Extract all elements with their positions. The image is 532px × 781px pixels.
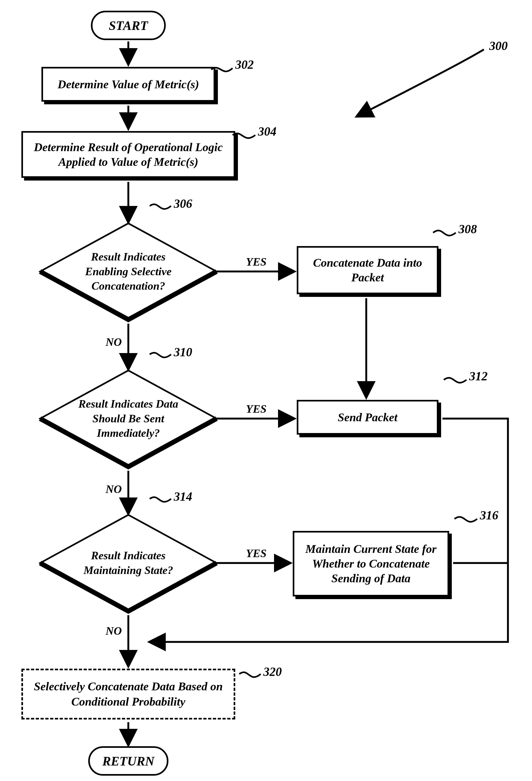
edge-306-no: NO: [105, 336, 122, 348]
process-320-dashed: Selectively Concatenate Data Based on Co…: [21, 669, 235, 720]
connector-layer: [0, 0, 532, 781]
ref-314: 314: [174, 489, 192, 504]
process-302: Determine Value of Metric(s): [41, 67, 215, 101]
ref-312: 312: [469, 369, 488, 383]
ref-320: 320: [263, 665, 282, 679]
process-308: Concatenate Data into Packet: [297, 246, 438, 294]
edge-314-no: NO: [105, 624, 122, 638]
process-312: Send Packet: [297, 400, 438, 435]
ref-310: 310: [174, 345, 192, 359]
process-304: Determine Result of Operational Logic Ap…: [21, 131, 235, 178]
decision-310-text: Result Indicates Data Should Be Sent Imm…: [72, 393, 184, 444]
edge-310-yes: YES: [246, 403, 267, 415]
edge-310-no: NO: [105, 483, 122, 496]
flowchart-canvas: START RETURN Determine Value of Metric(s…: [0, 0, 532, 781]
ref-316: 316: [480, 508, 498, 522]
ref-306: 306: [174, 197, 192, 211]
ref-302: 302: [235, 57, 254, 72]
edge-306-yes: YES: [246, 255, 267, 268]
return-terminator: RETURN: [88, 746, 168, 776]
decision-314-text: Result Indicates Maintaining State?: [72, 543, 184, 583]
edge-314-yes: YES: [246, 547, 267, 560]
start-terminator: START: [91, 11, 166, 40]
ref-308: 308: [458, 222, 477, 236]
process-316: Maintain Current State for Whether to Co…: [293, 531, 449, 597]
ref-300: 300: [489, 39, 508, 53]
ref-304: 304: [258, 124, 276, 138]
decision-306-text: Result Indicates Enabling Selective Conc…: [72, 246, 184, 297]
